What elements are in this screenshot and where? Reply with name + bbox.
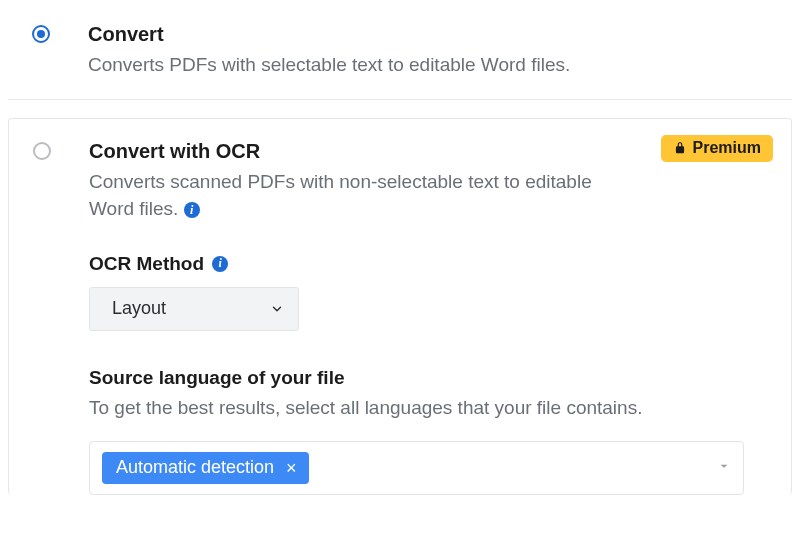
radio-convert[interactable] bbox=[32, 25, 50, 43]
language-tag-label: Automatic detection bbox=[116, 458, 274, 478]
option-convert-ocr-content: Convert with OCR Converts scanned PDFs w… bbox=[89, 139, 767, 496]
option-convert-ocr-desc: Converts scanned PDFs with non-selectabl… bbox=[89, 168, 629, 223]
info-icon[interactable]: i bbox=[184, 202, 200, 218]
chevron-down-icon bbox=[270, 302, 284, 316]
ocr-method-select[interactable]: Layout bbox=[89, 287, 299, 331]
radio-column bbox=[32, 22, 88, 79]
option-convert-content: Convert Converts PDFs with selectable te… bbox=[88, 22, 768, 79]
option-convert-title: Convert bbox=[88, 22, 768, 47]
source-language-label: Source language of your file bbox=[89, 367, 767, 389]
option-convert-desc: Converts PDFs with selectable text to ed… bbox=[88, 51, 628, 79]
close-icon[interactable]: × bbox=[284, 459, 299, 477]
info-icon[interactable]: i bbox=[212, 256, 228, 272]
source-language-help: To get the best results, select all lang… bbox=[89, 397, 767, 419]
premium-badge[interactable]: Premium bbox=[661, 135, 773, 162]
language-tag[interactable]: Automatic detection × bbox=[102, 452, 309, 485]
ocr-method-label: OCR Method bbox=[89, 253, 204, 275]
ocr-method-label-row: OCR Method i bbox=[89, 253, 767, 275]
radio-convert-ocr[interactable] bbox=[33, 142, 51, 160]
caret-down-icon[interactable] bbox=[717, 459, 731, 477]
option-convert-card[interactable]: Convert Converts PDFs with selectable te… bbox=[8, 0, 792, 100]
option-convert-ocr-card[interactable]: Convert with OCR Converts scanned PDFs w… bbox=[8, 118, 792, 496]
source-language-input[interactable]: Automatic detection × bbox=[89, 441, 744, 496]
ocr-method-selected: Layout bbox=[112, 298, 166, 319]
premium-badge-label: Premium bbox=[693, 139, 761, 157]
option-convert-ocr-desc-text: Converts scanned PDFs with non-selectabl… bbox=[89, 171, 592, 220]
radio-column bbox=[33, 139, 89, 496]
lock-icon bbox=[673, 141, 687, 155]
